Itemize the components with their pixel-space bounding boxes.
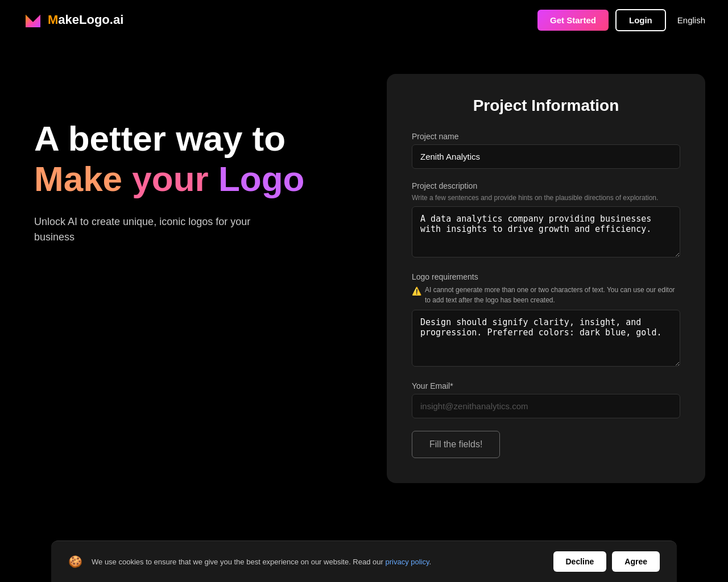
cookie-actions: Decline Agree [553, 551, 660, 572]
language-selector[interactable]: English [677, 15, 705, 25]
hero-line1: A better way to [34, 119, 330, 158]
agree-button[interactable]: Agree [612, 551, 660, 572]
submit-button[interactable]: Fill the fields! [412, 431, 500, 458]
cookie-banner: 🍪 We use cookies to ensure that we give … [51, 541, 677, 582]
project-description-hint: Write a few sentences and provide hints … [412, 194, 680, 202]
hero-line2: Make your Logo [34, 158, 330, 200]
project-name-group: Project name [412, 132, 680, 169]
project-description-label: Project description [412, 181, 680, 190]
project-description-group: Project description Write a few sentence… [412, 181, 680, 260]
form-title: Project Information [412, 97, 680, 115]
hero-subtitle: Unlock AI to create unique, iconic logos… [34, 214, 262, 245]
hero-logo: Logo [218, 159, 305, 198]
email-group: Your Email* [412, 381, 680, 418]
email-input[interactable] [412, 394, 680, 418]
logo-requirements-input[interactable]: Design should signify clarity, insight, … [412, 310, 680, 367]
privacy-policy-link[interactable]: privacy policy [385, 558, 429, 566]
cookie-text: We use cookies to ensure that we give yo… [92, 558, 544, 566]
warning-icon: ⚠️ [412, 285, 421, 297]
email-label: Your Email* [412, 381, 680, 390]
project-name-input[interactable] [412, 144, 680, 169]
header-actions: Get Started Login English [537, 9, 705, 31]
header: MakeLogo.ai Get Started Login English [0, 0, 728, 40]
logo-requirements-label: Logo requirements [412, 272, 680, 281]
project-name-label: Project name [412, 132, 680, 141]
login-button[interactable]: Login [615, 9, 666, 31]
logo-label: MakeLogo.ai [48, 13, 123, 27]
decline-button[interactable]: Decline [553, 551, 607, 572]
project-description-input[interactable]: A data analytics company providing busin… [412, 206, 680, 257]
main-content: A better way to Make your Logo Unlock AI… [0, 40, 728, 506]
cookie-icon: 🍪 [68, 555, 82, 568]
hero-make: Make [34, 159, 122, 198]
get-started-button[interactable]: Get Started [537, 10, 609, 31]
logo-m: M [48, 13, 58, 27]
logo-requirements-warning: ⚠️ AI cannot generate more than one or t… [412, 285, 680, 305]
logo[interactable]: MakeLogo.ai [23, 10, 123, 30]
project-info-panel: Project Information Project name Project… [387, 74, 705, 483]
hero-section: A better way to Make your Logo Unlock AI… [34, 74, 330, 245]
logo-requirements-group: Logo requirements ⚠️ AI cannot generate … [412, 272, 680, 369]
makelogo-icon [23, 10, 43, 30]
hero-your: your [132, 159, 208, 198]
